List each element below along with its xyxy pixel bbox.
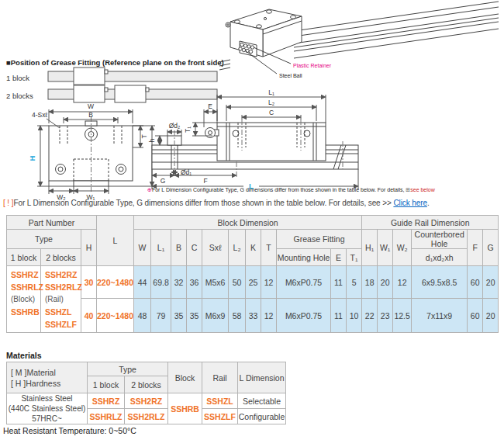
part-number: SSHRLZ [11,281,40,293]
cell-w1: 23 [378,299,393,333]
cell-g: 20 [483,299,499,333]
note-text: For L Dimension Configurable Type, G dim… [13,199,393,207]
cell-f: 60 [468,299,483,333]
table-row: SSHRZ SSHRLZ (Block) SSHRB SSH2RZ SSH2RL… [7,266,499,299]
cell-h: 40 [81,299,97,333]
col-header-c: C [187,230,202,266]
col-header-h: H [81,230,97,266]
front-view-drawing: W B 4-Sxℓ T K H W₂ W₁ [31,97,167,202]
col-header-t1: T₁ [347,249,362,266]
dim-label-t1: T₁ [184,126,192,133]
mat-cell-block: SSHRB [168,393,202,424]
cell-t1: 10 [347,299,362,333]
dim-label-od2: Ød₂ [169,122,181,130]
block-side [205,120,326,161]
mat-header-rail: Rail [202,362,238,393]
click-here-link[interactable]: Click here [393,199,426,207]
col-header-block-dimension: Block Dimension [134,216,362,230]
cell-sxl: M5x6 [202,266,229,299]
cell-k: 25 [246,266,261,299]
mat-cell-1block: SSHRZ [88,393,125,409]
part-number-note: (Block) [11,293,40,306]
part-number: SSHZLF [45,318,81,331]
block-body [226,9,302,57]
l-dimension-note: [ ! ]For L Dimension Configurable Type, … [3,199,430,207]
catalog-page: Plastic Retainer Steel Ball ■Position of… [0,0,504,440]
cell-l: 220~1480 [97,266,134,299]
col-header-guide-rail-dimension: Guide Rail Dimension [362,216,499,230]
mat-header-1block: 1 block [88,376,125,393]
col-header-part-number: Part Number [7,216,97,230]
cell-w: 44 [134,266,151,299]
mat-cell-rail: SSHZL [202,393,238,409]
cell-b: 35 [171,299,187,333]
material-line: (440C Stainless Steel) [7,404,87,414]
cell-sxl: M6x9 [202,299,229,333]
mat-cell-1block: SSHRLZ [88,409,125,424]
dim-label-c: C [269,109,274,116]
material-cell: Stainless Steel (440C Stainless Steel) 5… [7,393,88,424]
cell-h1: 22 [362,299,378,333]
col-header-type: Type [7,230,81,249]
cell-hole: 6x9.5x8.5 [412,266,468,299]
part-number: SSHRZ [11,269,40,281]
dim-label-g: G [161,177,166,185]
part-number-note: (Rail) [45,293,81,306]
part-number: SSH2RLZ [45,281,81,293]
dim-label-bolt: 4-Sxℓ [32,111,47,119]
col-header-mounting-hole: Mounting Hole [277,249,331,266]
table-row: Stainless Steel (440C Stainless Steel) 5… [7,393,286,409]
cell-g: 20 [483,266,499,299]
heat-resistant-note: Heat Resistant Temperature: 0~50°C [3,426,136,435]
col-header-counterbored-hole: Counterbored Hole [412,230,468,249]
col-header-w: W [134,230,151,266]
part-number: SSHZL [45,306,81,318]
col-header-d1d2h: d₁xd₂xh [412,249,468,266]
dim-label-t: T [140,134,148,138]
note-alert-prefix: [ ! ] [3,199,13,207]
plastic-retainer-label: Plastic Retainer [293,63,332,68]
cell-l2: 50 [229,266,246,299]
part-number: SSH2RZ [45,269,81,281]
cell-t: 12 [261,299,277,333]
dim-label-e: E [208,102,212,110]
dim-label-h-small: h [148,138,156,142]
table-row: 40 220~1480 48 79 35 35 M6x9 58 33 12 M6… [7,299,499,333]
cell-w2: 12 [393,266,412,299]
part-number: SSHRB [11,306,40,318]
cell-hole: 7x11x9 [412,299,468,333]
cell-k: 33 [246,299,261,333]
cell-c: 36 [187,266,202,299]
cell-t: 12 [261,266,277,299]
cell-l: 220~1480 [97,299,134,333]
tiny-note-text: For L Dimension Configurable Type, G dim… [152,187,406,192]
col-header-2blocks: 2 blocks [41,249,81,266]
cell-l1: 79 [151,299,171,333]
col-header-b: B [171,230,187,266]
cell-mounting-hole: M6xP0.75 [277,266,331,299]
cell-l1: 69.8 [151,266,171,299]
col-header-l2: L₂ [229,230,246,266]
mat-header-l-dimension: L Dimension [238,362,286,393]
tiny-configurable-note: ⊕For L Dimension Configurable Type, G di… [147,187,435,193]
mat-cell-l-dimension: Selectable [238,393,286,409]
dim-label-h: H [28,155,36,161]
col-header-w1: W₁ [378,230,393,266]
see-below-text: see below [410,187,435,192]
col-header-g: G [483,230,499,266]
col-header-l: L [97,216,134,266]
side-view-drawing: L₁ L₂ C E T₁ Ød₂ h Ød₁ G F L [150,87,361,191]
dim-label-f: F [203,177,207,185]
hardness-label: [ H ]Hardness [11,378,87,389]
dim-label-w: W [88,102,94,110]
col-header-k: K [246,230,261,266]
mat-header-material: [ M ]Material [ H ]Hardness [7,362,88,393]
isometric-block-drawing: Plastic Retainer Steel Ball [219,0,504,87]
col-header-f: F [468,230,483,266]
material-line: 57HRC~ [7,414,87,424]
mat-cell-2blocks: SSH2RLZ [125,409,168,424]
materials-table: [ M ]Material [ H ]Hardness Type Block R… [6,362,286,424]
cell-b: 32 [171,266,187,299]
mat-cell-l-dimension: Configurable [238,409,286,424]
cell-h: 30 [81,266,97,299]
